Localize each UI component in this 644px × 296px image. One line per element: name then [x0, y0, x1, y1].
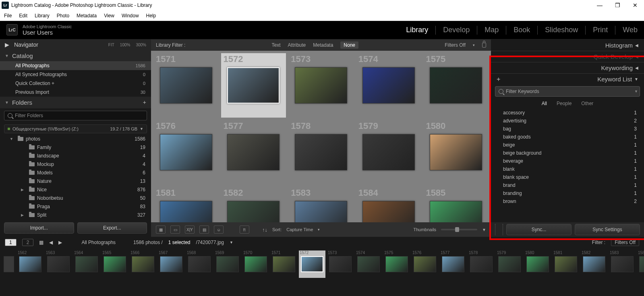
window-maximize-icon[interactable]: ❐ [609, 0, 626, 10]
loupe-view-icon[interactable]: ▭ [170, 226, 180, 234]
thumbnail[interactable] [160, 67, 212, 103]
filters-off-dropdown[interactable]: Filters Off [445, 42, 466, 48]
keyword-item[interactable]: advertising2 [491, 117, 644, 125]
catalog-item[interactable]: All Synced Photographs0 [0, 70, 151, 79]
filter-folders-input[interactable]: Filter Folders [4, 111, 147, 121]
catalog-header[interactable]: ▼Catalog [0, 50, 151, 61]
film-thumbnail[interactable] [188, 256, 211, 272]
next-photo-icon[interactable]: ▶ [58, 240, 62, 245]
folder-item[interactable]: Family19 [0, 143, 151, 151]
filmstrip-item[interactable]: 1563 [45, 250, 72, 278]
keywording-header[interactable]: Keywording ◀ [491, 62, 644, 73]
grid-cell[interactable]: 1584 [356, 187, 421, 222]
filmstrip[interactable]: 1562156315641565156615671568156915701571… [0, 248, 644, 280]
thumbnail[interactable] [362, 134, 415, 170]
keyword-item[interactable]: beverage1 [491, 157, 644, 165]
chevron-down-icon[interactable]: ▼ [634, 89, 638, 93]
filmstrip-item[interactable]: 1577 [440, 250, 466, 278]
window-close-icon[interactable]: ✕ [626, 0, 644, 10]
film-thumbnail[interactable] [385, 256, 408, 272]
film-thumbnail[interactable] [244, 256, 267, 272]
menu-metadata[interactable]: Metadata [77, 13, 97, 19]
keyword-item[interactable]: brown2 [491, 197, 644, 205]
grid-cell[interactable]: 1582 [221, 187, 286, 222]
grid-cell[interactable]: 1575 [423, 53, 489, 118]
module-print[interactable]: Print [593, 26, 608, 34]
filmstrip-item[interactable]: 1580 [524, 250, 551, 278]
thumbnail[interactable] [362, 201, 415, 222]
folder-root[interactable]: ▼photos 1586 [0, 135, 151, 143]
filter-keywords-input[interactable]: Filter Keywords ▼ [495, 86, 640, 97]
keyword-item[interactable]: branding1 [491, 189, 644, 197]
compare-view-icon[interactable]: X|Y [185, 226, 195, 234]
filmstrip-item[interactable]: 1574 [355, 250, 382, 278]
grid-cell[interactable]: 1572 [221, 53, 286, 118]
filmstrip-item[interactable]: 1566 [130, 250, 156, 278]
filter-metadata[interactable]: Metadata [313, 42, 333, 48]
film-thumbnail[interactable] [583, 256, 605, 272]
keyword-item[interactable]: blank space1 [491, 173, 644, 181]
page-1-button[interactable]: 1 [5, 239, 17, 246]
grid-cell[interactable]: 1578 [288, 120, 354, 184]
filmstrip-item[interactable]: 1568 [186, 250, 213, 278]
keyword-item[interactable]: accessory1 [491, 109, 644, 117]
catalog-item[interactable]: Previous Import30 [0, 88, 151, 97]
grid-cell[interactable]: 1581 [153, 187, 219, 222]
grid-cell[interactable]: 1583 [288, 187, 354, 222]
thumbnail[interactable] [227, 134, 280, 170]
page-2-button[interactable]: 2 [22, 239, 34, 246]
filmstrip-item[interactable]: 1571 [271, 250, 297, 278]
film-thumbnail[interactable] [470, 256, 493, 272]
chevron-down-icon[interactable]: ▼ [230, 240, 233, 244]
film-thumbnail[interactable] [555, 256, 577, 272]
film-thumbnail[interactable] [216, 256, 239, 272]
filmstrip-item[interactable]: 1575 [383, 250, 410, 278]
thumbnail[interactable] [295, 67, 347, 103]
filmstrip-item[interactable]: 1583 [609, 250, 636, 278]
module-slideshow[interactable]: Slideshow [545, 26, 578, 34]
nav-zoom-100%[interactable]: 100% [120, 43, 130, 47]
sort-direction-icon[interactable]: ↑↓ [262, 227, 267, 233]
chevron-down-icon[interactable]: ▼ [482, 228, 486, 232]
sync-toggle-icon[interactable] [495, 224, 503, 235]
film-thumbnail[interactable] [132, 256, 154, 272]
thumbnail[interactable] [295, 134, 347, 170]
filmstrip-item[interactable]: 1581 [553, 250, 579, 278]
film-thumbnail[interactable] [329, 256, 352, 272]
keyword-tab-people[interactable]: People [557, 101, 572, 106]
folder-item[interactable]: ▶Nice876 [0, 185, 151, 194]
module-map[interactable]: Map [485, 26, 499, 34]
filmstrip-item[interactable]: 1567 [158, 250, 184, 278]
menu-library[interactable]: Library [35, 13, 50, 19]
filter-text[interactable]: Text [272, 42, 281, 48]
film-thumbnail[interactable] [75, 256, 98, 272]
thumbnail[interactable] [430, 67, 482, 103]
survey-view-icon[interactable]: ▤ [199, 226, 209, 234]
sync-settings-button[interactable]: Sync Settings [575, 224, 640, 235]
grid-view-icon[interactable]: ▦ [156, 226, 166, 234]
previous-photo-icon[interactable]: ◀ [49, 240, 53, 245]
module-web[interactable]: Web [623, 26, 638, 34]
sort-dropdown[interactable]: Capture Time [286, 227, 313, 232]
lock-icon[interactable] [482, 43, 486, 48]
thumbnail[interactable] [430, 134, 482, 170]
keyword-tab-other[interactable]: Other [581, 101, 593, 106]
add-keyword-icon[interactable]: + [497, 76, 500, 83]
people-view-icon[interactable]: ☺ [214, 226, 224, 234]
film-thumbnail[interactable] [442, 256, 464, 272]
nav-zoom-fit[interactable]: FIT [108, 43, 114, 47]
breadcrumb[interactable]: All Photographs [81, 240, 116, 245]
filmstrip-item[interactable] [2, 250, 15, 278]
keyword-item[interactable]: beige1 [491, 141, 644, 149]
film-thumbnail[interactable] [301, 256, 323, 272]
filter-attribute[interactable]: Attribute [288, 42, 306, 48]
filmstrip-item[interactable]: 1584 [637, 250, 644, 278]
grid-view-icon[interactable]: ▦ [39, 240, 43, 245]
thumbnail-grid[interactable]: 1571157215731574157515761577157815791580… [151, 51, 491, 222]
thumbnail[interactable] [160, 201, 212, 222]
keyword-tab-all[interactable]: All [542, 101, 547, 106]
menu-help[interactable]: Help [146, 13, 156, 19]
sync-button[interactable]: Sync... [506, 224, 572, 235]
navigator-header[interactable]: ▶ Navigator FIT100%300% [0, 39, 151, 50]
folder-item[interactable]: Praga83 [0, 202, 151, 211]
